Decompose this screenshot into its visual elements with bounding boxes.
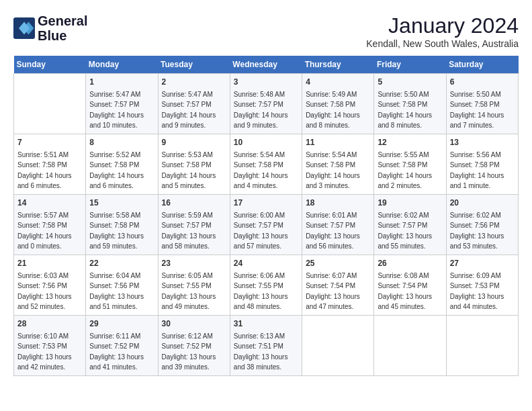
day-info: Sunrise: 5:53 AMSunset: 7:58 PMDaylight:… bbox=[162, 151, 216, 190]
day-cell: 21Sunrise: 6:03 AMSunset: 7:56 PMDayligh… bbox=[14, 255, 86, 316]
day-cell: 29Sunrise: 6:11 AMSunset: 7:52 PMDayligh… bbox=[86, 316, 158, 376]
page-header: General Blue January 2024 Kendall, New S… bbox=[13, 13, 519, 49]
day-info: Sunrise: 6:05 AMSunset: 7:55 PMDaylight:… bbox=[162, 272, 216, 311]
day-cell bbox=[446, 316, 518, 376]
day-number: 17 bbox=[234, 197, 298, 209]
day-info: Sunrise: 6:03 AMSunset: 7:56 PMDaylight:… bbox=[17, 272, 72, 311]
day-number: 11 bbox=[306, 137, 370, 148]
week-row-5: 28Sunrise: 6:10 AMSunset: 7:53 PMDayligh… bbox=[14, 316, 519, 376]
header-row: SundayMondayTuesdayWednesdayThursdayFrid… bbox=[14, 56, 519, 74]
day-info: Sunrise: 6:00 AMSunset: 7:57 PMDaylight:… bbox=[234, 212, 288, 250]
day-cell: 16Sunrise: 5:59 AMSunset: 7:57 PMDayligh… bbox=[158, 195, 230, 255]
day-number: 2 bbox=[162, 77, 226, 88]
month-title: January 2024 bbox=[366, 13, 519, 38]
day-number: 18 bbox=[306, 197, 370, 209]
header-cell-thursday: Thursday bbox=[302, 56, 374, 74]
day-cell: 1Sunrise: 5:47 AMSunset: 7:57 PMDaylight… bbox=[86, 74, 158, 134]
day-info: Sunrise: 5:59 AMSunset: 7:57 PMDaylight:… bbox=[162, 212, 216, 250]
logo-icon bbox=[13, 17, 35, 39]
day-info: Sunrise: 5:50 AMSunset: 7:58 PMDaylight:… bbox=[378, 91, 432, 130]
day-cell: 25Sunrise: 6:07 AMSunset: 7:54 PMDayligh… bbox=[302, 255, 374, 316]
day-cell: 11Sunrise: 5:54 AMSunset: 7:58 PMDayligh… bbox=[302, 134, 374, 195]
calendar-table: SundayMondayTuesdayWednesdayThursdayFrid… bbox=[13, 56, 519, 376]
day-info: Sunrise: 5:52 AMSunset: 7:58 PMDaylight:… bbox=[89, 151, 144, 190]
day-number: 7 bbox=[17, 137, 82, 148]
day-number: 14 bbox=[17, 197, 82, 209]
day-number: 4 bbox=[306, 77, 370, 88]
week-row-3: 14Sunrise: 5:57 AMSunset: 7:58 PMDayligh… bbox=[14, 195, 519, 255]
day-cell: 7Sunrise: 5:51 AMSunset: 7:58 PMDaylight… bbox=[14, 134, 86, 195]
day-cell: 20Sunrise: 6:02 AMSunset: 7:56 PMDayligh… bbox=[446, 195, 518, 255]
day-cell: 12Sunrise: 5:55 AMSunset: 7:58 PMDayligh… bbox=[374, 134, 446, 195]
header-cell-friday: Friday bbox=[374, 56, 446, 74]
day-cell bbox=[302, 316, 374, 376]
day-info: Sunrise: 6:01 AMSunset: 7:57 PMDaylight:… bbox=[306, 212, 360, 250]
day-info: Sunrise: 6:11 AMSunset: 7:52 PMDaylight:… bbox=[89, 332, 144, 371]
day-info: Sunrise: 5:57 AMSunset: 7:58 PMDaylight:… bbox=[17, 212, 72, 250]
day-info: Sunrise: 5:51 AMSunset: 7:58 PMDaylight:… bbox=[17, 151, 72, 190]
day-cell: 19Sunrise: 6:02 AMSunset: 7:57 PMDayligh… bbox=[374, 195, 446, 255]
day-number: 12 bbox=[378, 137, 442, 148]
day-cell: 3Sunrise: 5:48 AMSunset: 7:57 PMDaylight… bbox=[230, 74, 302, 134]
day-cell: 4Sunrise: 5:49 AMSunset: 7:58 PMDaylight… bbox=[302, 74, 374, 134]
day-number: 31 bbox=[234, 318, 298, 330]
day-number: 9 bbox=[162, 137, 226, 148]
day-number: 8 bbox=[89, 137, 154, 148]
week-row-2: 7Sunrise: 5:51 AMSunset: 7:58 PMDaylight… bbox=[14, 134, 519, 195]
week-row-1: 1Sunrise: 5:47 AMSunset: 7:57 PMDaylight… bbox=[14, 74, 519, 134]
day-cell: 5Sunrise: 5:50 AMSunset: 7:58 PMDaylight… bbox=[374, 74, 446, 134]
day-info: Sunrise: 5:58 AMSunset: 7:58 PMDaylight:… bbox=[89, 212, 144, 250]
header-cell-saturday: Saturday bbox=[446, 56, 518, 74]
day-info: Sunrise: 6:06 AMSunset: 7:55 PMDaylight:… bbox=[234, 272, 288, 311]
day-cell: 22Sunrise: 6:04 AMSunset: 7:56 PMDayligh… bbox=[86, 255, 158, 316]
location-title: Kendall, New South Wales, Australia bbox=[366, 38, 519, 49]
day-number: 21 bbox=[17, 258, 82, 269]
header-cell-sunday: Sunday bbox=[14, 56, 86, 74]
week-row-4: 21Sunrise: 6:03 AMSunset: 7:56 PMDayligh… bbox=[14, 255, 519, 316]
day-info: Sunrise: 5:48 AMSunset: 7:57 PMDaylight:… bbox=[234, 91, 288, 130]
day-info: Sunrise: 5:47 AMSunset: 7:57 PMDaylight:… bbox=[89, 91, 144, 130]
day-number: 16 bbox=[162, 197, 226, 209]
day-info: Sunrise: 6:02 AMSunset: 7:57 PMDaylight:… bbox=[378, 212, 432, 250]
day-cell: 30Sunrise: 6:12 AMSunset: 7:52 PMDayligh… bbox=[158, 316, 230, 376]
day-cell: 27Sunrise: 6:09 AMSunset: 7:53 PMDayligh… bbox=[446, 255, 518, 316]
day-number: 1 bbox=[89, 77, 154, 88]
day-number: 29 bbox=[89, 318, 154, 330]
day-number: 28 bbox=[17, 318, 82, 330]
day-cell bbox=[14, 74, 86, 134]
day-number: 6 bbox=[450, 77, 515, 88]
day-info: Sunrise: 6:12 AMSunset: 7:52 PMDaylight:… bbox=[162, 332, 216, 371]
day-number: 26 bbox=[378, 258, 442, 269]
day-info: Sunrise: 6:09 AMSunset: 7:53 PMDaylight:… bbox=[450, 272, 504, 311]
day-number: 24 bbox=[234, 258, 298, 269]
header-cell-monday: Monday bbox=[86, 56, 158, 74]
day-number: 27 bbox=[450, 258, 515, 269]
day-info: Sunrise: 5:50 AMSunset: 7:58 PMDaylight:… bbox=[450, 91, 504, 130]
header-cell-wednesday: Wednesday bbox=[230, 56, 302, 74]
day-info: Sunrise: 6:02 AMSunset: 7:56 PMDaylight:… bbox=[450, 212, 504, 250]
day-number: 25 bbox=[306, 258, 370, 269]
day-cell bbox=[374, 316, 446, 376]
day-number: 23 bbox=[162, 258, 226, 269]
day-number: 22 bbox=[89, 258, 154, 269]
day-number: 20 bbox=[450, 197, 515, 209]
header-cell-tuesday: Tuesday bbox=[158, 56, 230, 74]
day-info: Sunrise: 6:13 AMSunset: 7:51 PMDaylight:… bbox=[234, 332, 288, 371]
day-cell: 2Sunrise: 5:47 AMSunset: 7:57 PMDaylight… bbox=[158, 74, 230, 134]
day-info: Sunrise: 5:54 AMSunset: 7:58 PMDaylight:… bbox=[234, 151, 288, 190]
day-number: 19 bbox=[378, 197, 442, 209]
day-cell: 10Sunrise: 5:54 AMSunset: 7:58 PMDayligh… bbox=[230, 134, 302, 195]
day-info: Sunrise: 5:55 AMSunset: 7:58 PMDaylight:… bbox=[378, 151, 432, 190]
day-cell: 9Sunrise: 5:53 AMSunset: 7:58 PMDaylight… bbox=[158, 134, 230, 195]
day-info: Sunrise: 5:47 AMSunset: 7:57 PMDaylight:… bbox=[162, 91, 216, 130]
day-cell: 14Sunrise: 5:57 AMSunset: 7:58 PMDayligh… bbox=[14, 195, 86, 255]
day-cell: 13Sunrise: 5:56 AMSunset: 7:58 PMDayligh… bbox=[446, 134, 518, 195]
day-number: 10 bbox=[234, 137, 298, 148]
day-number: 3 bbox=[234, 77, 298, 88]
day-info: Sunrise: 5:49 AMSunset: 7:58 PMDaylight:… bbox=[306, 91, 360, 130]
day-info: Sunrise: 6:10 AMSunset: 7:53 PMDaylight:… bbox=[17, 332, 72, 371]
title-block: January 2024 Kendall, New South Wales, A… bbox=[366, 13, 519, 49]
day-number: 30 bbox=[162, 318, 226, 330]
day-cell: 23Sunrise: 6:05 AMSunset: 7:55 PMDayligh… bbox=[158, 255, 230, 316]
day-cell: 8Sunrise: 5:52 AMSunset: 7:58 PMDaylight… bbox=[86, 134, 158, 195]
